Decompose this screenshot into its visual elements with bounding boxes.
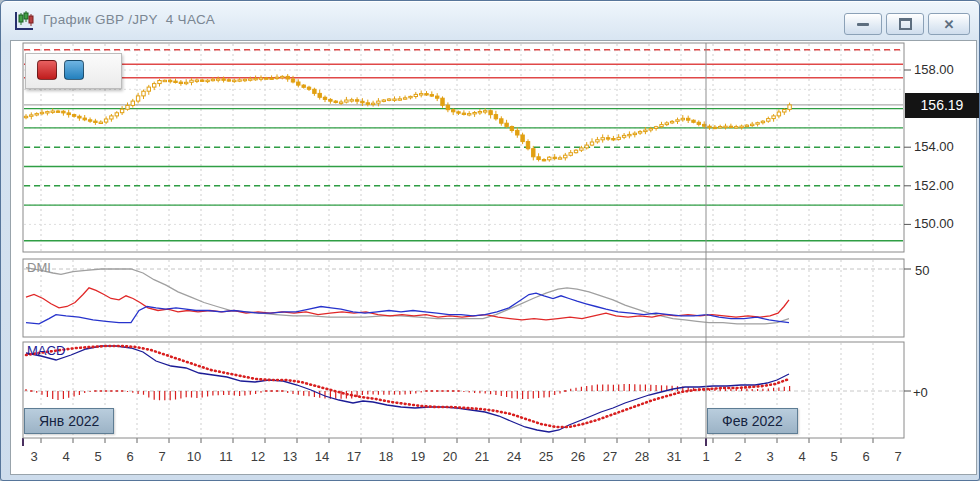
date-axis-label: 17 [347, 449, 361, 464]
date-axis-label: 27 [603, 449, 617, 464]
price-axis-label: 158.00 [914, 62, 954, 77]
macd-axis-label: +0 [913, 385, 928, 400]
month-badge-february[interactable]: Фев 2022 [707, 408, 798, 434]
window-title: График GBP /JPY 4 ЧАСА [43, 12, 215, 27]
date-axis-label: 19 [411, 449, 425, 464]
date-axis-label: 6 [862, 449, 869, 464]
date-axis-label: 3 [30, 449, 37, 464]
date-axis-label: 28 [635, 449, 649, 464]
price-axis-label: 154.00 [914, 139, 954, 154]
minimize-icon [857, 23, 869, 26]
date-axis-label: 18 [379, 449, 393, 464]
date-axis-label: 5 [94, 449, 101, 464]
date-axis-label: 24 [507, 449, 521, 464]
date-axis-label: 12 [251, 449, 265, 464]
dmi-panel-label: DMI [27, 260, 51, 275]
date-axis-label: 21 [475, 449, 489, 464]
date-axis-label: 1 [702, 449, 709, 464]
date-axis-label: 26 [571, 449, 585, 464]
date-axis-label: 25 [539, 449, 553, 464]
close-icon: ✕ [944, 18, 955, 31]
blue-series-button[interactable] [64, 60, 84, 80]
date-axis-label: 14 [315, 449, 329, 464]
date-axis-label: 6 [126, 449, 133, 464]
minimize-button[interactable] [844, 13, 882, 35]
date-axis-label: 2 [734, 449, 741, 464]
close-button[interactable]: ✕ [928, 13, 970, 35]
date-axis-label: 11 [219, 449, 233, 464]
red-series-button[interactable] [37, 60, 57, 80]
maximize-button[interactable] [886, 13, 924, 35]
chart-client-area [10, 40, 977, 475]
date-axis-label: 10 [187, 449, 201, 464]
price-axis-label: 150.00 [914, 216, 954, 231]
dmi-axis-label: 50 [915, 263, 929, 278]
date-axis-label: 20 [443, 449, 457, 464]
date-axis-label: 7 [158, 449, 165, 464]
date-axis-label: 3 [766, 449, 773, 464]
series-toolbox [25, 53, 122, 89]
maximize-icon [899, 18, 912, 30]
titlebar[interactable]: График GBP /JPY 4 ЧАСА ✕ [1, 1, 979, 39]
macd-panel-label: MACD [27, 343, 65, 358]
candlestick-chart-icon [13, 10, 35, 32]
date-axis-label: 31 [667, 449, 681, 464]
window-controls: ✕ [844, 13, 970, 35]
current-price-badge: 156.19 [905, 93, 979, 118]
chart-window: График GBP /JPY 4 ЧАСА ✕ DMI MACD 156.19… [0, 0, 980, 481]
date-axis-label: 13 [283, 449, 297, 464]
price-axis-label: 152.00 [914, 178, 954, 193]
month-badge-january[interactable]: Янв 2022 [24, 408, 114, 434]
date-axis-label: 7 [894, 449, 901, 464]
date-axis-label: 4 [798, 449, 805, 464]
date-axis-label: 5 [830, 449, 837, 464]
date-axis-label: 4 [62, 449, 69, 464]
